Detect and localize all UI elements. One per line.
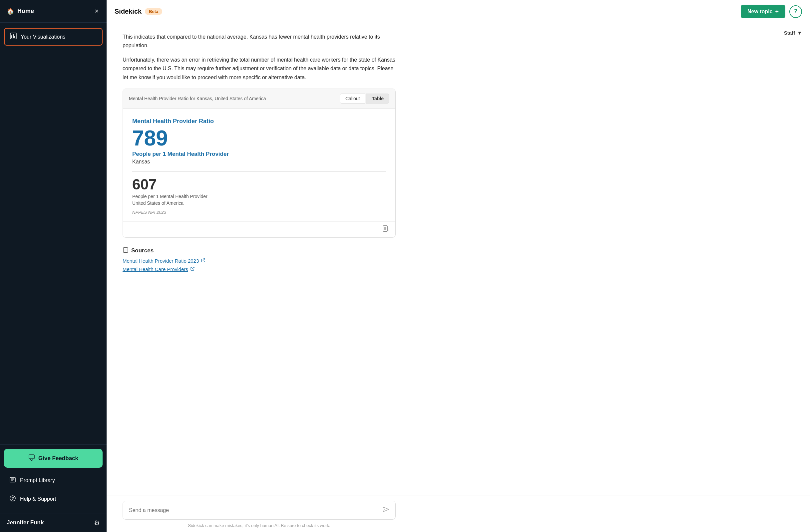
user-name: Jennifer Funk [7,519,44,526]
viz-card: Mental Health Provider Ratio for Kansas,… [123,88,396,238]
message-2: Unfortunately, there was an error in ret… [123,55,396,82]
chat-input[interactable] [129,508,382,513]
new-topic-button[interactable]: New topic + [741,5,785,18]
callout-secondary-location: United States of America [132,200,386,206]
sidebar-item-label: Your Visualizations [21,34,65,40]
callout-primary-title: Mental Health Provider Ratio [132,118,386,125]
chat-disclaimer: Sidekick can make mistakes, it's only hu… [123,523,396,528]
svg-line-21 [192,267,194,269]
svg-rect-2 [13,34,14,38]
staff-badge[interactable]: Staff ▼ [784,30,802,36]
export-button[interactable] [382,225,389,234]
feedback-icon [28,454,35,462]
viz-tabs: Callout Table [340,94,389,103]
sources-heading: Sources [131,247,153,254]
sidebar-footer: Jennifer Funk ⚙ [0,513,107,532]
sidebar: 🏠 Home × Your Visualizations [0,0,107,532]
beta-badge: Beta [145,8,162,15]
staff-dropdown-icon: ▼ [797,30,802,36]
viz-card-header: Mental Health Provider Ratio for Kansas,… [123,89,395,109]
home-label: Home [17,8,34,15]
callout-source: NPPES NPI 2023 [132,210,386,215]
close-button[interactable]: × [93,6,100,16]
prompt-library-icon [9,477,16,484]
source-link-2-label: Mental Health Care Providers [123,266,188,272]
app-title-text: Sidekick [115,8,142,15]
prompt-library-label: Prompt Library [20,477,55,483]
svg-rect-1 [11,35,12,38]
tab-callout[interactable]: Callout [340,94,366,103]
source-link-1-label: Mental Health Provider Ratio 2023 [123,258,199,264]
chat-input-area: Sidekick can make mistakes, it's only hu… [107,495,810,532]
svg-text:?: ? [11,496,14,501]
sidebar-bottom: Give Feedback Prompt Library ? Help & [0,445,107,513]
help-support-label: Help & Support [20,496,56,502]
new-topic-label: New topic [747,9,773,15]
callout-primary-location: Kansas [132,159,386,165]
give-feedback-label: Give Feedback [38,455,78,462]
header-actions: New topic + ? [741,5,802,18]
external-icon-2 [190,266,195,272]
callout-divider [132,171,386,172]
staff-label: Staff [784,30,795,36]
new-topic-plus-icon: + [775,8,779,15]
svg-rect-4 [29,455,34,459]
home-link[interactable]: 🏠 Home [7,8,34,15]
home-icon: 🏠 [7,8,14,15]
settings-button[interactable]: ⚙ [94,519,100,527]
svg-rect-3 [14,36,15,38]
svg-line-20 [203,259,205,261]
message-1: This indicates that compared to the nati… [123,33,396,50]
sources-title: Sources [123,247,396,255]
main-header: Sidekick Beta New topic + ? [107,0,810,23]
chat-input-box [123,501,396,520]
viz-card-body: Mental Health Provider Ratio 789 People … [123,109,395,221]
main-panel: Sidekick Beta New topic + ? Staff ▼ This… [107,0,810,532]
chat-content: Staff ▼ This indicates that compared to … [107,23,810,495]
give-feedback-button[interactable]: Give Feedback [4,449,102,468]
send-button[interactable] [382,506,389,515]
callout-primary-number: 789 [132,128,386,149]
tab-table[interactable]: Table [366,94,389,103]
callout-secondary-subtitle: People per 1 Mental Health Provider [132,194,386,199]
visualizations-icon [10,33,17,41]
callout-primary-subtitle: People per 1 Mental Health Provider [132,151,386,157]
help-button[interactable]: ? [789,5,802,18]
source-link-2[interactable]: Mental Health Care Providers [123,266,396,272]
help-support-icon: ? [9,495,16,503]
sidebar-nav: Your Visualizations [0,23,107,445]
callout-secondary-number: 607 [132,177,386,192]
sidebar-item-prompt-library[interactable]: Prompt Library [4,472,102,489]
app-title: Sidekick Beta [115,8,162,15]
sources-section: Sources Mental Health Provider Ratio 202… [123,247,396,272]
sidebar-header: 🏠 Home × [0,0,107,23]
sidebar-item-help-support[interactable]: ? Help & Support [4,491,102,508]
sources-icon [123,247,129,255]
viz-card-title: Mental Health Provider Ratio for Kansas,… [129,96,266,101]
viz-card-footer [123,221,395,237]
external-icon-1 [201,258,206,264]
sidebar-item-visualizations[interactable]: Your Visualizations [4,28,102,46]
source-link-1[interactable]: Mental Health Provider Ratio 2023 [123,258,396,264]
